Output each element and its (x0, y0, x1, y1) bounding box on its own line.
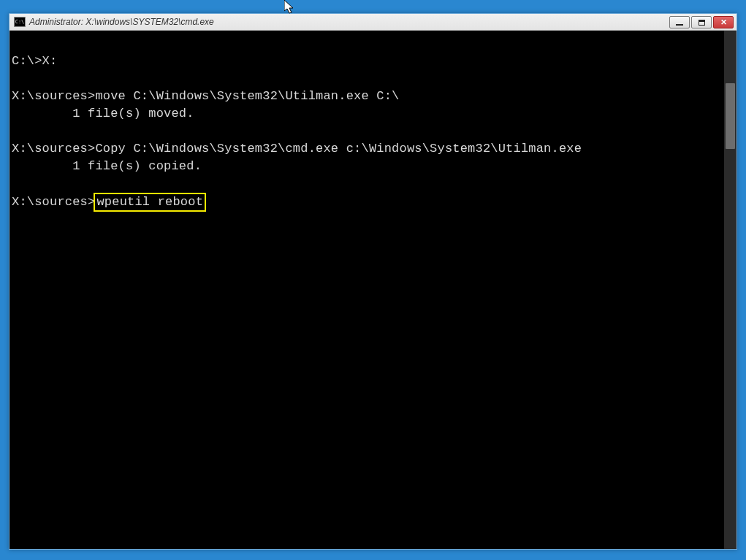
scrollbar-track[interactable] (724, 31, 737, 549)
scrollbar-thumb[interactable] (726, 83, 735, 149)
title-bar[interactable]: C:\ Administrator: X:\windows\SYSTEM32\c… (9, 14, 737, 31)
highlighted-command: wpeutil reboot (94, 193, 206, 212)
terminal-area[interactable]: C:\>X: X:\sources>move C:\Windows\System… (9, 31, 737, 549)
cmd-icon: C:\ (14, 17, 26, 27)
terminal-line: 1 file(s) moved. (12, 107, 194, 120)
terminal-line: X:\sources>move C:\Windows\System32\Util… (12, 89, 400, 103)
close-button[interactable]: ✕ (713, 16, 734, 28)
terminal-content: C:\>X: X:\sources>move C:\Windows\System… (9, 31, 737, 212)
cmd-window: C:\ Administrator: X:\windows\SYSTEM32\c… (9, 13, 737, 550)
terminal-line: X:\sources>Copy C:\Windows\System32\cmd.… (12, 142, 582, 156)
minimize-button[interactable] (669, 16, 690, 28)
minimize-icon (676, 24, 683, 26)
cmd-icon-glyph: C:\ (15, 20, 25, 25)
terminal-prompt: X:\sources> (12, 195, 95, 209)
window-title: Administrator: X:\windows\SYSTEM32\cmd.e… (29, 17, 669, 27)
terminal-line: 1 file(s) copied. (12, 159, 202, 173)
close-icon: ✕ (720, 18, 727, 26)
maximize-button[interactable] (691, 16, 712, 28)
window-controls: ✕ (669, 16, 734, 28)
terminal-line: C:\>X: (12, 54, 57, 68)
maximize-icon (699, 20, 705, 26)
